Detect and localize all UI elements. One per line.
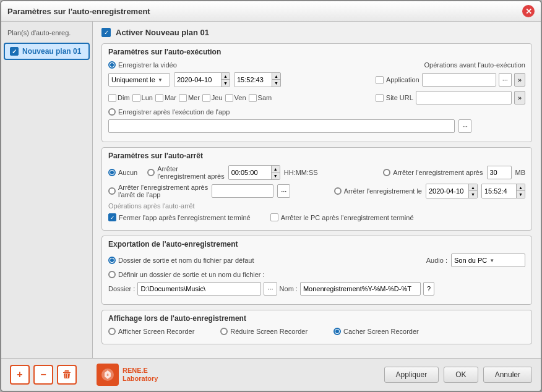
stop-after-radio[interactable] bbox=[147, 169, 155, 176]
date-input[interactable] bbox=[174, 73, 221, 87]
time-spinner-buttons: ▲ ▼ bbox=[272, 73, 280, 87]
date-spinner[interactable]: ▲ ▼ bbox=[174, 72, 230, 87]
stop-time-up[interactable]: ▲ bbox=[272, 166, 280, 173]
custom-folder-radio[interactable] bbox=[108, 271, 116, 278]
ok-button[interactable]: OK bbox=[444, 367, 478, 383]
application-arrow-btn[interactable]: » bbox=[514, 73, 525, 87]
audio-dropdown[interactable]: Son du PC ▼ bbox=[451, 254, 525, 267]
time-down-btn[interactable]: ▼ bbox=[272, 80, 280, 87]
stop-time-input[interactable] bbox=[229, 166, 271, 179]
stop-mb-input[interactable] bbox=[487, 166, 512, 179]
schedule-row: Uniquement le ▼ ▲ ▼ bbox=[108, 72, 525, 87]
day-ven[interactable]: Ven bbox=[225, 94, 246, 102]
stop-date-up[interactable]: ▲ bbox=[469, 184, 477, 191]
stop-date-radio[interactable] bbox=[334, 187, 342, 195]
reduce-label: Réduire Screen Recorder bbox=[230, 328, 308, 335]
stop-after-option[interactable]: Arrêterl'enregistrement après bbox=[147, 165, 225, 180]
close-app-checkbox[interactable] bbox=[108, 213, 116, 221]
ven-checkbox[interactable] bbox=[225, 94, 233, 102]
dim-checkbox[interactable] bbox=[108, 94, 116, 102]
custom-folder-option[interactable]: Définir un dossier de sortie et un nom d… bbox=[108, 271, 265, 278]
stop-app-dots-btn[interactable]: ··· bbox=[277, 184, 290, 198]
ops-after-row: Opérations après l'auto-arrêt bbox=[108, 202, 525, 210]
stop-date-option[interactable]: Arrêter l'enregistrement le bbox=[334, 187, 422, 195]
stop-time2-down[interactable]: ▼ bbox=[517, 191, 525, 198]
reduce-option[interactable]: Réduire Screen Recorder bbox=[220, 328, 308, 335]
stop-time2-spinner[interactable]: ▲ ▼ bbox=[481, 184, 525, 198]
apply-button[interactable]: Appliquer bbox=[384, 367, 439, 383]
record-video-radio[interactable] bbox=[108, 61, 116, 69]
application-dots-btn[interactable]: ··· bbox=[499, 73, 512, 87]
remove-button[interactable]: − bbox=[33, 365, 53, 385]
site-url-input[interactable] bbox=[416, 91, 512, 104]
dim-label: Dim bbox=[118, 94, 130, 101]
time-spinner[interactable]: ▲ ▼ bbox=[234, 72, 281, 87]
stop-time-spinner[interactable]: ▲ ▼ bbox=[228, 165, 280, 180]
record-video-option[interactable]: Enregistrer la vidéo bbox=[108, 61, 177, 69]
stop-date-spinner[interactable]: ▲ ▼ bbox=[426, 184, 478, 198]
stop-app-radio[interactable] bbox=[108, 187, 116, 195]
default-folder-option[interactable]: Dossier de sortie et nom du fichier par … bbox=[108, 257, 254, 264]
day-dim[interactable]: Dim bbox=[108, 94, 130, 102]
mar-checkbox[interactable] bbox=[155, 94, 163, 102]
show-radio[interactable] bbox=[108, 328, 116, 335]
close-app-option[interactable]: Fermer l'app après l'enregistrement term… bbox=[108, 213, 251, 221]
activate-checkbox[interactable] bbox=[101, 28, 111, 37]
record-after-option[interactable]: Enregistrer après l'exécution de l'app bbox=[108, 108, 230, 116]
hide-radio[interactable] bbox=[333, 328, 341, 335]
stop-time2-input[interactable] bbox=[482, 184, 516, 198]
time-up-btn[interactable]: ▲ bbox=[272, 73, 280, 80]
day-mer[interactable]: Mer bbox=[179, 94, 200, 102]
name-question-btn[interactable]: ? bbox=[423, 282, 434, 296]
time-input[interactable] bbox=[234, 73, 272, 87]
date-up-btn[interactable]: ▲ bbox=[222, 73, 230, 80]
sam-checkbox[interactable] bbox=[249, 94, 257, 102]
stop-app-input[interactable] bbox=[212, 184, 273, 198]
add-button[interactable]: + bbox=[10, 365, 30, 385]
mer-checkbox[interactable] bbox=[179, 94, 187, 102]
day-sam[interactable]: Sam bbox=[249, 94, 272, 102]
sam-label: Sam bbox=[258, 94, 272, 101]
none-radio[interactable] bbox=[108, 169, 116, 176]
record-after-input[interactable] bbox=[108, 119, 455, 133]
day-mar[interactable]: Mar bbox=[155, 94, 176, 102]
none-option[interactable]: Aucun bbox=[108, 169, 137, 176]
stop-date-input[interactable] bbox=[426, 184, 468, 198]
stop-mb-option[interactable]: Arrêter l'enregistrement après bbox=[383, 169, 483, 176]
stop-date-down[interactable]: ▼ bbox=[469, 191, 477, 198]
stop-app-option[interactable]: Arrêter l'enregistrement aprèsl'arrêt de… bbox=[108, 184, 208, 198]
cancel-button[interactable]: Annuler bbox=[483, 367, 532, 383]
site-url-arrow-btn[interactable]: » bbox=[514, 91, 525, 104]
date-down-btn[interactable]: ▼ bbox=[222, 80, 230, 87]
svg-text:+: + bbox=[106, 372, 110, 378]
record-after-radio[interactable] bbox=[108, 108, 116, 116]
stop-pc-option[interactable]: Arrêter le PC après l'enregistrement ter… bbox=[270, 213, 414, 221]
stop-mb-radio[interactable] bbox=[383, 169, 390, 176]
hide-option[interactable]: Cacher Screen Recorder bbox=[333, 328, 419, 335]
display-content: Afficher Screen Recorder Réduire Screen … bbox=[102, 325, 531, 344]
stop-time-down[interactable]: ▼ bbox=[272, 173, 280, 179]
record-after-dots-btn[interactable]: ··· bbox=[458, 119, 471, 133]
siteurl-checkbox[interactable] bbox=[376, 94, 384, 102]
day-jeu[interactable]: Jeu bbox=[202, 94, 223, 102]
reduce-radio[interactable] bbox=[220, 328, 228, 335]
delete-button[interactable] bbox=[57, 365, 77, 385]
stop-app-row: Arrêter l'enregistrement aprèsl'arrêt de… bbox=[108, 184, 525, 198]
jeu-checkbox[interactable] bbox=[202, 94, 210, 102]
stop-time2-up[interactable]: ▲ bbox=[517, 184, 525, 191]
schedule-type-dropdown[interactable]: Uniquement le ▼ bbox=[108, 73, 170, 87]
sidebar-item-plan[interactable]: Nouveau plan 01 bbox=[4, 43, 90, 60]
folder-input[interactable] bbox=[137, 282, 261, 296]
day-lun[interactable]: Lun bbox=[132, 94, 153, 102]
activate-plan-row: Activer Nouveau plan 01 bbox=[101, 28, 532, 37]
app-checkbox[interactable] bbox=[376, 76, 384, 84]
lun-checkbox[interactable] bbox=[132, 94, 140, 102]
stop-pc-checkbox[interactable] bbox=[270, 213, 278, 221]
close-button[interactable]: ✕ bbox=[522, 5, 535, 17]
schedule-dropdown-arrow: ▼ bbox=[158, 77, 163, 83]
folder-dots-btn[interactable]: ··· bbox=[264, 282, 277, 296]
name-input[interactable] bbox=[300, 282, 421, 296]
application-input[interactable] bbox=[422, 73, 496, 87]
show-option[interactable]: Afficher Screen Recorder bbox=[108, 328, 194, 335]
default-folder-radio[interactable] bbox=[108, 257, 116, 264]
